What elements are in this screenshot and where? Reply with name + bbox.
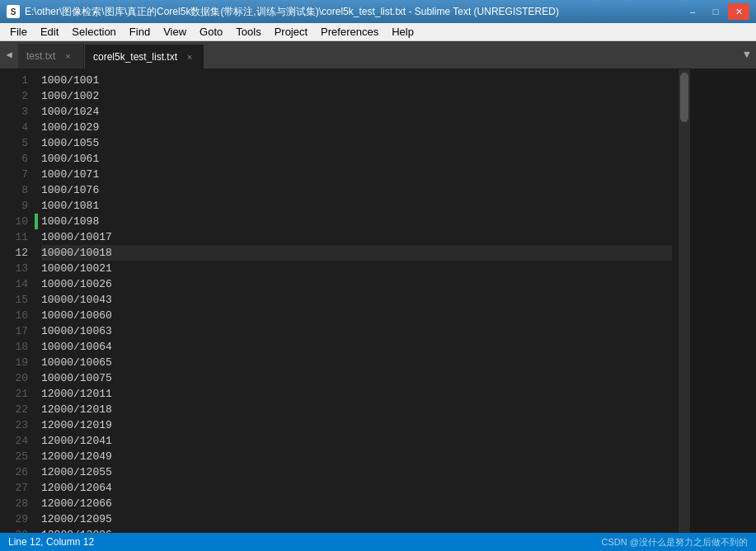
line-number: 24: [0, 433, 28, 449]
code-line: 1000/1076: [41, 182, 672, 198]
code-line: 1000/1081: [41, 198, 672, 214]
scrollbar[interactable]: [679, 69, 690, 533]
title-bar: S E:\other\图像检索\图库\真正的Corel5k数据集(带标注,训练与…: [0, 0, 756, 23]
line-number: 10: [0, 214, 28, 229]
code-line: 1000/1029: [41, 120, 672, 135]
menu-bar: FileEditSelectionFindViewGotoToolsProjec…: [0, 23, 756, 41]
tab-bar: ◀ test.txt×corel5k_test_list.txt×▼: [0, 41, 756, 69]
code-line: 1000/1001: [41, 73, 672, 88]
line-number: 27: [0, 480, 28, 496]
line-number: 2: [0, 88, 28, 104]
line-number: 3: [0, 104, 28, 120]
code-line: 10000/10065: [41, 355, 672, 370]
menu-item-view[interactable]: View: [157, 23, 193, 40]
status-bar: Line 12, Column 12 CSDN @没什么是努力之后做不到的: [0, 533, 756, 551]
menu-item-tools[interactable]: Tools: [229, 23, 267, 40]
line-number: 26: [0, 464, 28, 480]
code-line: 1000/1002: [41, 88, 672, 104]
tab-test-txt[interactable]: test.txt×: [18, 44, 84, 68]
code-line: 1000/1098: [41, 214, 672, 229]
line-number: 13: [0, 261, 28, 276]
line-number: 30: [0, 527, 28, 533]
code-content[interactable]: 1000/10011000/10021000/10241000/10291000…: [35, 69, 679, 533]
code-line: 12000/12049: [41, 449, 672, 464]
tab-label: test.txt: [26, 50, 55, 62]
line-number: 29: [0, 511, 28, 527]
minimap: [690, 69, 756, 533]
line-number: 17: [0, 323, 28, 339]
scrollbar-thumb[interactable]: [680, 73, 688, 122]
code-line: 1000/1055: [41, 135, 672, 151]
code-line: 12000/12018: [41, 402, 672, 417]
code-line: 1000/1024: [41, 104, 672, 120]
tab-close-button[interactable]: ×: [184, 51, 195, 63]
app-icon: S: [7, 5, 20, 18]
tab-corel5k_test_list-txt[interactable]: corel5k_test_list.txt×: [84, 44, 204, 68]
code-line: 12000/12066: [41, 496, 672, 511]
code-line: 12000/12055: [41, 464, 672, 480]
line-number: 16: [0, 308, 28, 323]
tab-nav-left[interactable]: ◀: [0, 40, 18, 68]
window-title: E:\other\图像检索\图库\真正的Corel5k数据集(带标注,训练与测试…: [25, 5, 682, 19]
window-controls: – □ ✕: [682, 3, 749, 20]
line-number: 6: [0, 151, 28, 167]
line-number: 25: [0, 449, 28, 464]
line-number: 9: [0, 198, 28, 214]
code-line: 10000/10021: [41, 261, 672, 276]
line-number: 1: [0, 73, 28, 88]
code-line: 10000/10017: [41, 229, 672, 245]
code-line: 10000/10064: [41, 339, 672, 355]
line-number: 28: [0, 496, 28, 511]
code-line: 10000/10018: [41, 245, 672, 261]
menu-item-file[interactable]: File: [3, 23, 34, 40]
code-line: 10000/10043: [41, 292, 672, 308]
menu-item-find[interactable]: Find: [123, 23, 157, 40]
menu-item-preferences[interactable]: Preferences: [314, 23, 385, 40]
code-line: 12000/12019: [41, 417, 672, 433]
line-number: 20: [0, 370, 28, 386]
code-line: 12000/12096: [41, 527, 672, 533]
code-line: 12000/12064: [41, 480, 672, 496]
minimize-button[interactable]: –: [682, 3, 703, 20]
tab-nav-right[interactable]: ▼: [738, 40, 756, 68]
line-number: 22: [0, 402, 28, 417]
code-line: 1000/1061: [41, 151, 672, 167]
close-button[interactable]: ✕: [728, 3, 749, 20]
tab-close-button[interactable]: ×: [62, 50, 73, 62]
line-number: 12: [0, 245, 28, 261]
gutter-mark: [35, 214, 38, 229]
maximize-button[interactable]: □: [705, 3, 726, 20]
code-line: 10000/10026: [41, 276, 672, 292]
line-numbers: 1234567891011121314151617181920212223242…: [0, 69, 35, 533]
line-number: 19: [0, 355, 28, 370]
menu-item-selection[interactable]: Selection: [65, 23, 122, 40]
menu-item-edit[interactable]: Edit: [34, 23, 65, 40]
code-line: 12000/12011: [41, 386, 672, 402]
code-line: 12000/12041: [41, 433, 672, 449]
line-number: 7: [0, 167, 28, 182]
line-number: 15: [0, 292, 28, 308]
status-position: Line 12, Column 12: [8, 536, 602, 548]
line-number: 21: [0, 386, 28, 402]
code-line: 10000/10063: [41, 323, 672, 339]
line-number: 5: [0, 135, 28, 151]
line-number: 11: [0, 229, 28, 245]
status-right: CSDN @没什么是努力之后做不到的: [602, 536, 748, 549]
line-number: 14: [0, 276, 28, 292]
code-line: 10000/10075: [41, 370, 672, 386]
menu-item-project[interactable]: Project: [268, 23, 314, 40]
line-number: 8: [0, 182, 28, 198]
code-line: 12000/12095: [41, 511, 672, 527]
menu-item-help[interactable]: Help: [385, 23, 420, 40]
editor-area: 1234567891011121314151617181920212223242…: [0, 69, 756, 533]
code-line: 1000/1071: [41, 167, 672, 182]
line-number: 23: [0, 417, 28, 433]
tab-label: corel5k_test_list.txt: [93, 51, 177, 63]
menu-item-goto[interactable]: Goto: [193, 23, 229, 40]
line-number: 18: [0, 339, 28, 355]
code-line: 10000/10060: [41, 308, 672, 323]
line-number: 4: [0, 120, 28, 135]
